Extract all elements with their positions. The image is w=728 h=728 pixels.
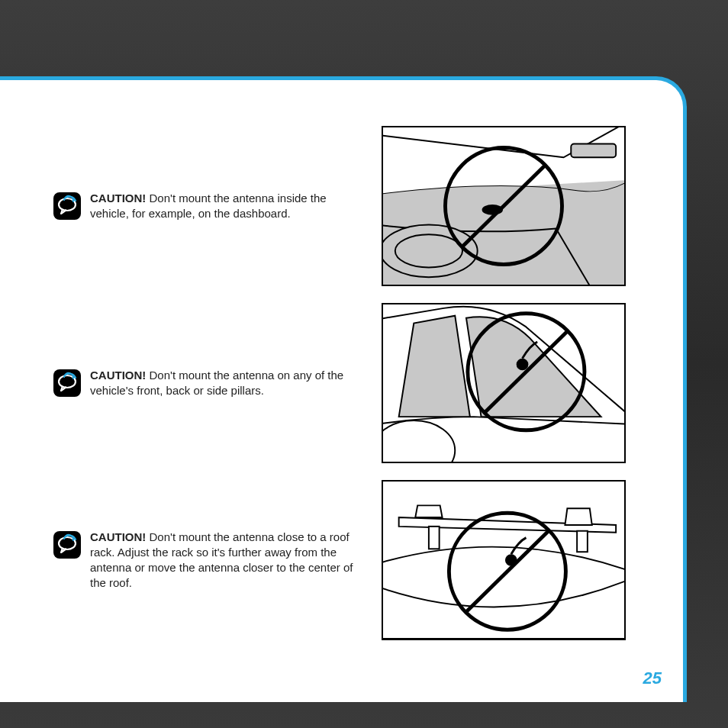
svg-point-2 — [395, 234, 462, 267]
speech-bubble-icon — [53, 192, 81, 220]
svg-rect-13 — [429, 527, 440, 549]
svg-rect-3 — [571, 144, 616, 158]
caution-row: CAUTION! Don't mount the antenna inside … — [53, 126, 652, 286]
svg-point-8 — [383, 420, 455, 462]
illustration-dashboard — [382, 126, 626, 286]
svg-point-9 — [517, 359, 529, 371]
illustration-pillar — [382, 303, 626, 463]
caution-row: CAUTION! Don't mount the antenna on any … — [53, 303, 652, 463]
manual-page: CAUTION! Don't mount the antenna inside … — [0, 76, 687, 702]
page-number: 25 — [643, 668, 662, 688]
caution-label: CAUTION! — [90, 192, 146, 205]
svg-rect-14 — [577, 531, 588, 552]
illustration-roofrack — [382, 480, 626, 640]
caution-block: CAUTION! Don't mount the antenna on any … — [53, 368, 359, 399]
caution-text: CAUTION! Don't mount the antenna on any … — [90, 368, 359, 399]
caution-text: CAUTION! Don't mount the antenna inside … — [90, 191, 359, 222]
caution-block: CAUTION! Don't mount the antenna inside … — [53, 191, 359, 222]
caution-block: CAUTION! Don't mount the antenna close t… — [53, 530, 359, 591]
caution-label: CAUTION! — [90, 530, 146, 543]
speech-bubble-icon — [53, 531, 81, 559]
speech-bubble-icon — [53, 369, 81, 397]
caution-label: CAUTION! — [90, 369, 146, 382]
caution-row: CAUTION! Don't mount the antenna close t… — [53, 480, 652, 640]
caution-list: CAUTION! Don't mount the antenna inside … — [53, 126, 652, 640]
caution-text: CAUTION! Don't mount the antenna close t… — [90, 530, 359, 591]
